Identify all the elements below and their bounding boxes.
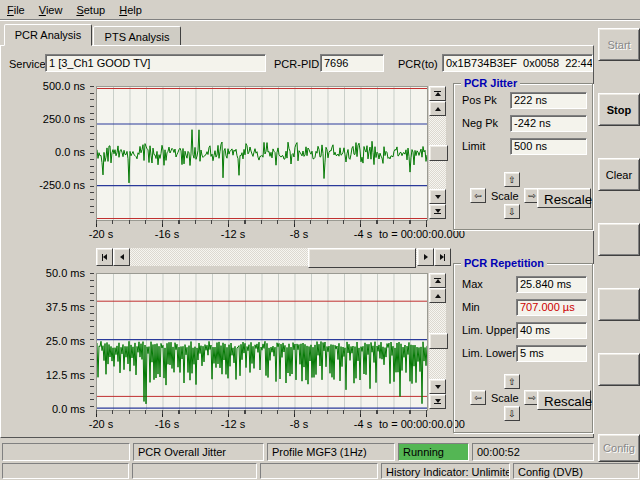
time-hscrollbar[interactable] (96, 248, 451, 266)
jitter-y-ruler (90, 86, 94, 219)
scroll-left-button[interactable] (113, 248, 130, 266)
service-field: 1 [3_Ch1 GOOD TV] (45, 54, 266, 72)
hscroll-track[interactable] (130, 248, 417, 266)
jitter-rescale-button[interactable]: Rescale (537, 188, 591, 208)
menu-setup[interactable]: Setup (69, 2, 112, 18)
scroll-end-button[interactable] (434, 248, 451, 266)
blank-button-3[interactable] (598, 353, 640, 386)
service-label: Service (9, 58, 46, 70)
blank-button-2[interactable] (598, 288, 640, 321)
jitter-scroll-top-button[interactable] (429, 86, 446, 101)
jitter-vscroll-thumb[interactable] (429, 145, 448, 161)
start-button[interactable]: Start (598, 28, 640, 61)
double-left-icon (103, 254, 107, 260)
pcr-pid-label: PCR-PID (274, 58, 319, 70)
pos-pk-label: Pos Pk (462, 94, 497, 106)
clear-button[interactable]: Clear (598, 158, 640, 191)
pcr-pid-field: 7696 (320, 54, 384, 72)
status-measurement: PCR Overall Jitter (133, 443, 264, 461)
rep-vscroll-track[interactable] (429, 303, 446, 379)
pcr-analyzer-window: File View Setup Help PCR Analysis PTS An… (0, 0, 640, 480)
pcr-repetition-title: PCR Repetition (461, 257, 547, 269)
rep-xtick-n20: -20 s (81, 418, 121, 430)
jitter-xtick-n4: -4 s (343, 228, 383, 240)
lim-lower-value: 5 ms (516, 345, 587, 362)
rep-xtick-n16: -16 s (147, 418, 187, 430)
jitter-scale-up-button[interactable]: ⇧ (504, 172, 520, 187)
down-arrow-icon (435, 195, 441, 199)
up-arrow-icon (435, 107, 441, 111)
rep-scale-down-button[interactable]: ⇩ (504, 406, 520, 421)
status-profile: Profile MGF3 (1Hz) (267, 443, 395, 461)
min-value: 707.000 µs (516, 299, 587, 316)
pcr-jitter-title: PCR Jitter (461, 77, 520, 89)
limit-value: 500 ns (510, 138, 587, 155)
pcr-repetition-panel: PCR Repetition Max 25.840 ms Min 707.000… (453, 263, 593, 433)
menu-bar: File View Setup Help (0, 0, 640, 20)
rep-vscrollbar[interactable] (429, 273, 446, 409)
neg-pk-label: Neg Pk (462, 117, 498, 129)
rep-ytick-0: 0.0 ms (3, 403, 85, 415)
hscroll-thumb[interactable] (308, 248, 416, 268)
jitter-scroll-down-button[interactable] (429, 189, 446, 204)
blank-button-1[interactable] (598, 223, 640, 256)
rep-scale-up-button[interactable]: ⇧ (504, 374, 520, 389)
tab-pts-analysis[interactable]: PTS Analysis (93, 26, 181, 46)
menu-file[interactable]: File (0, 2, 32, 18)
jitter-scroll-bottom-button[interactable] (429, 204, 446, 219)
status-history-indicator: History Indicator: Unlimited (381, 463, 510, 479)
rep-scale-label: Scale (491, 392, 519, 404)
right-arrow-icon (424, 254, 428, 260)
neg-pk-value: -242 ns (510, 115, 587, 132)
scroll-home-button[interactable] (96, 248, 113, 266)
rep-ytick-25: 25.0 ms (3, 335, 85, 347)
config-button[interactable]: Config (598, 434, 640, 462)
double-up-icon (435, 279, 441, 283)
rep-ytick-375: 37.5 ms (3, 301, 85, 313)
rep-rescale-button[interactable]: Rescale (537, 390, 591, 410)
rep-ytick-50: 50.0 ms (3, 267, 85, 279)
rep-x-minor-ticks (96, 410, 428, 414)
status-elapsed-time: 00:00:52 (472, 443, 594, 461)
jitter-vscroll-track[interactable] (429, 116, 446, 189)
menu-help[interactable]: Help (112, 2, 149, 18)
jitter-xtick-n8: -8 s (279, 228, 319, 240)
jitter-vscrollbar[interactable] (429, 86, 446, 219)
jitter-scale-down-button[interactable]: ⇩ (504, 204, 520, 219)
status2-blank-2 (132, 463, 257, 479)
repetition-plot (96, 273, 428, 411)
menu-view[interactable]: View (32, 2, 70, 18)
status-config-standard: Config (DVB) (513, 463, 639, 479)
limit-label: Limit (462, 140, 485, 152)
rep-scale-left-button[interactable]: ⇦ (470, 390, 486, 405)
jitter-plot (96, 86, 428, 221)
lim-upper-label: Lim. Upper (462, 324, 516, 336)
status-running-badge: Running (398, 443, 469, 461)
tab-pcr-analysis[interactable]: PCR Analysis (4, 24, 92, 46)
pcr-to-field: 0x1B734B3EF 0x0058 22:44:3 (442, 54, 593, 72)
jitter-ytick-500: 500.0 ns (3, 80, 85, 92)
jitter-xtick-n16: -16 s (147, 228, 187, 240)
jitter-scale-left-button[interactable]: ⇦ (470, 188, 486, 203)
rep-scroll-top-button[interactable] (429, 273, 446, 288)
jitter-ytick-0: 0.0 ns (3, 146, 85, 158)
rep-vscroll-thumb[interactable] (429, 333, 448, 349)
rep-scroll-up-button[interactable] (429, 288, 446, 303)
lim-lower-label: Lim. Lower (462, 347, 516, 359)
lim-upper-value: 40 ms (516, 322, 587, 339)
double-up-icon (435, 92, 441, 96)
rep-xtick-n4: -4 s (343, 418, 383, 430)
rep-scroll-down-button[interactable] (429, 379, 446, 394)
stop-button[interactable]: Stop (598, 93, 640, 126)
status-blank-1 (2, 443, 130, 461)
scroll-right-button[interactable] (417, 248, 434, 266)
jitter-scale-label: Scale (491, 190, 519, 202)
jitter-ytick-250: 250.0 ns (3, 113, 85, 125)
rep-xtick-n12: -12 s (213, 418, 253, 430)
min-label: Min (462, 301, 480, 313)
pos-pk-value: 222 ns (510, 92, 587, 109)
pcr-analysis-page: Service 1 [3_Ch1 GOOD TV] PCR-PID 7696 P… (0, 45, 594, 438)
down-arrow-icon (435, 385, 441, 389)
rep-scroll-bottom-button[interactable] (429, 394, 446, 409)
jitter-scroll-up-button[interactable] (429, 101, 446, 116)
